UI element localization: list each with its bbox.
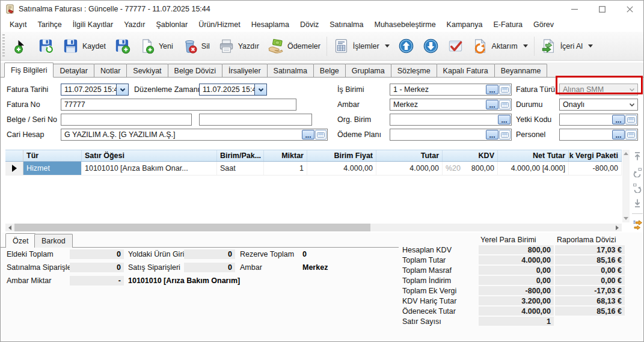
menu-gorev[interactable]: Görev — [528, 19, 559, 31]
save-refresh-button[interactable] — [34, 36, 58, 56]
warehouse-lookup-button[interactable]: ... — [486, 100, 498, 109]
invoice-date-field[interactable]: 11.07.2025 15:44 — [61, 84, 129, 96]
import-button[interactable]: İçeri Al — [536, 36, 598, 56]
col-miktar[interactable]: Miktar — [264, 150, 307, 161]
scrollbar-thumb[interactable] — [14, 224, 370, 231]
move-up-button[interactable] — [394, 36, 419, 56]
move-line-last-button[interactable] — [631, 197, 644, 210]
tab-irsaliyeler[interactable]: İrsaliyeler — [222, 64, 268, 77]
invoice-date-dropdown-button[interactable] — [116, 84, 128, 95]
menu-kayit[interactable]: Kayıt — [4, 19, 32, 31]
tab-detaylar[interactable]: Detaylar — [53, 64, 94, 77]
row-selector[interactable] — [5, 162, 23, 175]
business-unit-keyboard-button[interactable] — [499, 85, 511, 94]
redo-line-button[interactable] — [631, 181, 644, 194]
cell-satir-ogesi[interactable]: 10101010 [Arıza Bakım Onar... — [82, 162, 217, 175]
tab-belge-dovizi[interactable]: Belge Dövizi — [168, 64, 222, 77]
menu-hesaplama[interactable]: Hesaplama — [246, 19, 295, 31]
grid-horizontal-scrollbar[interactable] — [5, 224, 622, 231]
payment-plan-field[interactable]: ... — [390, 129, 512, 141]
auth-code-keyboard-button[interactable] — [625, 115, 637, 124]
menu-doviz[interactable]: Döviz — [295, 19, 324, 31]
menu-urun-hizmet[interactable]: Ürün/Hizmet — [193, 19, 245, 31]
org-unit-lookup-button[interactable]: ... — [498, 115, 511, 124]
delete-button[interactable]: Sil — [177, 36, 214, 56]
edit-time-field[interactable]: 11.07.2025 15:44 — [199, 84, 267, 96]
col-birim-paket[interactable]: Birim/Pak... — [217, 150, 264, 161]
col-ek-vergi-paketi[interactable]: Ek Vergi Paketi — [569, 150, 622, 161]
personnel-keyboard-button[interactable] — [625, 130, 637, 139]
menu-tarihce[interactable]: Tarihçe — [32, 19, 67, 31]
save-button[interactable]: Kaydet — [58, 36, 110, 56]
menu-sablonlar[interactable]: Şablonlar — [150, 19, 193, 31]
tab-fis-bilgileri[interactable]: Fiş Bilgileri — [4, 63, 54, 78]
personnel-field[interactable]: ... — [559, 129, 638, 141]
save-add-button[interactable] — [110, 36, 135, 56]
col-kdv[interactable]: KDV — [443, 150, 498, 161]
menu-ilgili-kayitlar[interactable]: İlgili Kayıtlar — [67, 19, 118, 31]
operations-button[interactable]: İşlemler — [329, 36, 394, 56]
menu-muhasebelestirme[interactable]: Muhasebeleştirme — [369, 19, 441, 31]
insert-line-button[interactable] — [631, 218, 644, 231]
invoice-type-field[interactable]: Alınan SMM — [559, 84, 638, 96]
scroll-up-arrow-icon[interactable] — [624, 152, 628, 155]
tab-notlar[interactable]: Notlar — [94, 64, 127, 77]
undo-line-button[interactable] — [631, 165, 644, 179]
tab-gruplama[interactable]: Gruplama — [345, 64, 391, 77]
col-satir-ogesi[interactable]: Satır Öğesi — [82, 150, 217, 161]
tab-beyanname[interactable]: Beyanname — [494, 64, 548, 77]
status-dropdown-button[interactable] — [626, 99, 637, 110]
menu-satinalma[interactable]: Satınalma — [324, 19, 369, 31]
tab-sozlesme[interactable]: Sözleşme — [391, 64, 437, 77]
scroll-down-arrow-icon[interactable] — [624, 217, 628, 220]
personnel-lookup-button[interactable]: ... — [612, 130, 625, 139]
doc-no-field[interactable] — [61, 114, 192, 126]
col-net-tutar[interactable]: Net Tutar — [498, 150, 569, 161]
menu-yazdir[interactable]: Yazdır — [118, 19, 150, 31]
business-unit-lookup-button[interactable]: ... — [486, 85, 498, 94]
move-down-button[interactable] — [419, 36, 443, 56]
account-keyboard-button[interactable] — [315, 130, 327, 139]
serial-no-field[interactable] — [199, 114, 312, 126]
add-record-button[interactable] — [9, 36, 34, 56]
invoice-type-dropdown-button[interactable] — [626, 84, 637, 95]
menu-e-fatura[interactable]: E-Fatura — [488, 19, 528, 31]
col-tur[interactable]: Tür — [23, 150, 82, 161]
new-button[interactable]: Yeni — [135, 36, 177, 56]
move-line-first-button[interactable] — [631, 150, 644, 163]
col-birim-fiyat[interactable]: Birim Fiyat — [307, 150, 376, 161]
transfer-button[interactable]: Aktarım — [468, 36, 532, 56]
maximize-button[interactable] — [588, 1, 616, 17]
menu-kampanya[interactable]: Kampanya — [441, 19, 488, 31]
tab-sevkiyat[interactable]: Sevkiyat — [126, 64, 168, 77]
business-unit-field[interactable]: 1 - Merkez ... — [390, 84, 512, 96]
col-tutar[interactable]: Tutar — [376, 150, 443, 161]
scroll-right-arrow-icon[interactable] — [616, 225, 619, 230]
cell-kdv[interactable]: %20 800,00 — [443, 162, 498, 175]
status-field[interactable]: Onaylı — [559, 99, 638, 111]
auth-code-lookup-button[interactable]: ... — [612, 115, 625, 124]
org-unit-field[interactable]: ... — [390, 114, 512, 126]
cell-net-tutar[interactable]: 4.000,00 [4.000] — [498, 162, 569, 175]
payments-button[interactable]: Ödemeler — [263, 36, 325, 56]
grid-vertical-scrollbar[interactable] — [622, 150, 630, 222]
warehouse-keyboard-button[interactable] — [499, 100, 511, 109]
account-field[interactable]: G YAZILIM A.Ş. [G YAZILIM A.Ş.] ... — [61, 129, 328, 141]
tab-belge[interactable]: Belge — [313, 64, 346, 77]
close-button[interactable] — [616, 1, 643, 17]
tab-satinalma[interactable]: Satınalma — [267, 64, 314, 77]
print-button[interactable]: Yazdır — [214, 36, 263, 56]
cell-tur[interactable]: Hizmet — [23, 162, 82, 175]
account-lookup-button[interactable]: ... — [302, 130, 314, 139]
cell-birim[interactable]: Saat — [217, 162, 264, 175]
payment-plan-lookup-button[interactable]: ... — [486, 130, 498, 139]
invoice-no-field[interactable]: 77777 — [61, 99, 296, 111]
warehouse-field[interactable]: Merkez ... — [390, 99, 512, 111]
tab-ozet[interactable]: Özet — [5, 233, 35, 248]
cell-birim-fiyat[interactable]: 4.000,00 — [307, 162, 376, 175]
tab-barkod[interactable]: Barkod — [34, 234, 73, 248]
edit-time-dropdown-button[interactable] — [254, 84, 266, 95]
minimize-button[interactable] — [560, 1, 588, 17]
payment-plan-keyboard-button[interactable] — [499, 130, 511, 139]
cell-tutar[interactable]: 4.000,00 — [376, 162, 443, 175]
